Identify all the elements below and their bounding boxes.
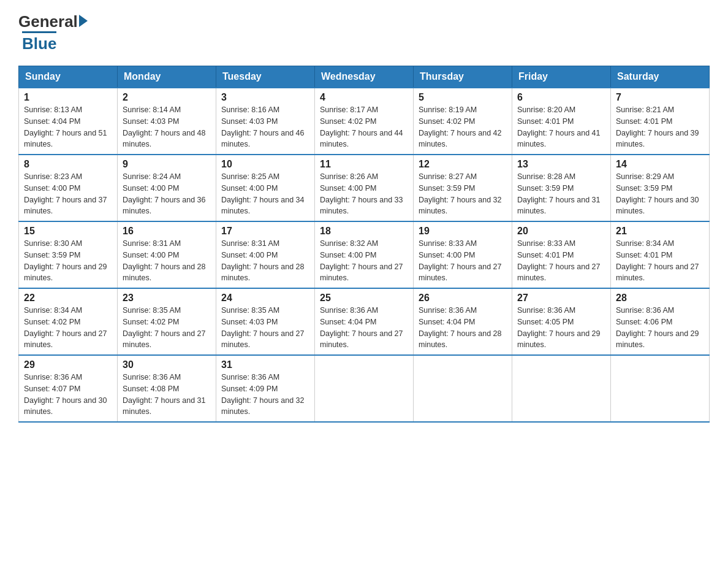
logo-text-blue: Blue xyxy=(22,31,56,53)
calendar-day-cell: 17Sunrise: 8:31 AMSunset: 4:00 PMDayligh… xyxy=(216,221,315,288)
calendar-day-cell: 10Sunrise: 8:25 AMSunset: 4:00 PMDayligh… xyxy=(216,155,315,221)
day-number: 26 xyxy=(419,293,507,304)
day-number: 3 xyxy=(221,92,309,103)
day-number: 13 xyxy=(517,159,605,170)
calendar-day-cell: 14Sunrise: 8:29 AMSunset: 3:59 PMDayligh… xyxy=(611,155,710,221)
day-info: Sunrise: 8:16 AMSunset: 4:03 PMDaylight:… xyxy=(221,104,309,150)
calendar-day-cell: 15Sunrise: 8:30 AMSunset: 3:59 PMDayligh… xyxy=(19,221,118,288)
calendar-day-cell: 13Sunrise: 8:28 AMSunset: 3:59 PMDayligh… xyxy=(512,155,611,221)
day-info: Sunrise: 8:23 AMSunset: 4:00 PMDaylight:… xyxy=(24,171,112,217)
day-info: Sunrise: 8:30 AMSunset: 3:59 PMDaylight:… xyxy=(24,238,112,284)
day-number: 11 xyxy=(320,159,408,170)
calendar-day-cell: 12Sunrise: 8:27 AMSunset: 3:59 PMDayligh… xyxy=(414,155,512,221)
calendar-week-row: 29Sunrise: 8:36 AMSunset: 4:07 PMDayligh… xyxy=(19,355,710,422)
day-number: 4 xyxy=(320,92,408,103)
day-number: 24 xyxy=(221,293,309,304)
weekday-header-thursday: Thursday xyxy=(414,66,512,88)
weekday-header-monday: Monday xyxy=(118,66,216,88)
calendar-day-cell: 21Sunrise: 8:34 AMSunset: 4:01 PMDayligh… xyxy=(611,221,710,288)
day-info: Sunrise: 8:36 AMSunset: 4:04 PMDaylight:… xyxy=(320,305,408,351)
weekday-header-sunday: Sunday xyxy=(19,66,118,88)
day-number: 1 xyxy=(24,92,112,103)
calendar-day-cell: 27Sunrise: 8:36 AMSunset: 4:05 PMDayligh… xyxy=(512,288,611,355)
calendar-day-cell xyxy=(512,355,611,422)
calendar-week-row: 8Sunrise: 8:23 AMSunset: 4:00 PMDaylight… xyxy=(19,155,710,221)
day-number: 17 xyxy=(221,226,309,237)
calendar-day-cell: 23Sunrise: 8:35 AMSunset: 4:02 PMDayligh… xyxy=(118,288,216,355)
calendar-day-cell: 26Sunrise: 8:36 AMSunset: 4:04 PMDayligh… xyxy=(414,288,512,355)
weekday-header-friday: Friday xyxy=(512,66,611,88)
day-number: 28 xyxy=(616,293,704,304)
day-number: 6 xyxy=(517,92,605,103)
day-number: 12 xyxy=(419,159,507,170)
day-number: 14 xyxy=(616,159,704,170)
calendar-day-cell: 7Sunrise: 8:21 AMSunset: 4:01 PMDaylight… xyxy=(611,88,710,155)
calendar-day-cell: 4Sunrise: 8:17 AMSunset: 4:02 PMDaylight… xyxy=(315,88,414,155)
day-info: Sunrise: 8:19 AMSunset: 4:02 PMDaylight:… xyxy=(419,104,507,150)
calendar-day-cell: 30Sunrise: 8:36 AMSunset: 4:08 PMDayligh… xyxy=(118,355,216,422)
day-number: 8 xyxy=(24,159,112,170)
calendar-day-cell: 16Sunrise: 8:31 AMSunset: 4:00 PMDayligh… xyxy=(118,221,216,288)
day-info: Sunrise: 8:26 AMSunset: 4:00 PMDaylight:… xyxy=(320,171,408,217)
day-number: 7 xyxy=(616,92,704,103)
weekday-header-tuesday: Tuesday xyxy=(216,66,315,88)
day-number: 19 xyxy=(419,226,507,237)
day-number: 15 xyxy=(24,226,112,237)
calendar-day-cell: 11Sunrise: 8:26 AMSunset: 4:00 PMDayligh… xyxy=(315,155,414,221)
calendar-week-row: 15Sunrise: 8:30 AMSunset: 3:59 PMDayligh… xyxy=(19,221,710,288)
day-number: 5 xyxy=(419,92,507,103)
weekday-header-wednesday: Wednesday xyxy=(315,66,414,88)
weekday-header-saturday: Saturday xyxy=(611,66,710,88)
calendar-week-row: 22Sunrise: 8:34 AMSunset: 4:02 PMDayligh… xyxy=(19,288,710,355)
day-info: Sunrise: 8:34 AMSunset: 4:02 PMDaylight:… xyxy=(24,305,112,351)
calendar-week-row: 1Sunrise: 8:13 AMSunset: 4:04 PMDaylight… xyxy=(19,88,710,155)
calendar-day-cell: 29Sunrise: 8:36 AMSunset: 4:07 PMDayligh… xyxy=(19,355,118,422)
day-info: Sunrise: 8:36 AMSunset: 4:06 PMDaylight:… xyxy=(616,305,704,351)
day-info: Sunrise: 8:28 AMSunset: 3:59 PMDaylight:… xyxy=(517,171,605,217)
day-info: Sunrise: 8:27 AMSunset: 3:59 PMDaylight:… xyxy=(419,171,507,217)
calendar-table: SundayMondayTuesdayWednesdayThursdayFrid… xyxy=(18,66,710,423)
day-number: 30 xyxy=(123,359,211,370)
calendar-day-cell: 20Sunrise: 8:33 AMSunset: 4:01 PMDayligh… xyxy=(512,221,611,288)
day-info: Sunrise: 8:13 AMSunset: 4:04 PMDaylight:… xyxy=(24,104,112,150)
day-info: Sunrise: 8:29 AMSunset: 3:59 PMDaylight:… xyxy=(616,171,704,217)
day-number: 10 xyxy=(221,159,309,170)
calendar-day-cell: 22Sunrise: 8:34 AMSunset: 4:02 PMDayligh… xyxy=(19,288,118,355)
day-info: Sunrise: 8:14 AMSunset: 4:03 PMDaylight:… xyxy=(123,104,211,150)
day-number: 20 xyxy=(517,226,605,237)
calendar-day-cell: 25Sunrise: 8:36 AMSunset: 4:04 PMDayligh… xyxy=(315,288,414,355)
calendar-day-cell: 24Sunrise: 8:35 AMSunset: 4:03 PMDayligh… xyxy=(216,288,315,355)
day-info: Sunrise: 8:25 AMSunset: 4:00 PMDaylight:… xyxy=(221,171,309,217)
calendar-day-cell: 6Sunrise: 8:20 AMSunset: 4:01 PMDaylight… xyxy=(512,88,611,155)
calendar-day-cell: 3Sunrise: 8:16 AMSunset: 4:03 PMDaylight… xyxy=(216,88,315,155)
day-number: 9 xyxy=(123,159,211,170)
day-info: Sunrise: 8:36 AMSunset: 4:05 PMDaylight:… xyxy=(517,305,605,351)
weekday-header-row: SundayMondayTuesdayWednesdayThursdayFrid… xyxy=(19,66,710,88)
day-info: Sunrise: 8:36 AMSunset: 4:08 PMDaylight:… xyxy=(123,372,211,418)
day-info: Sunrise: 8:31 AMSunset: 4:00 PMDaylight:… xyxy=(221,238,309,284)
calendar-day-cell: 1Sunrise: 8:13 AMSunset: 4:04 PMDaylight… xyxy=(19,88,118,155)
calendar-day-cell: 9Sunrise: 8:24 AMSunset: 4:00 PMDaylight… xyxy=(118,155,216,221)
day-number: 27 xyxy=(517,293,605,304)
day-info: Sunrise: 8:36 AMSunset: 4:07 PMDaylight:… xyxy=(24,372,112,418)
day-number: 29 xyxy=(24,359,112,370)
day-info: Sunrise: 8:36 AMSunset: 4:09 PMDaylight:… xyxy=(221,372,309,418)
calendar-day-cell: 19Sunrise: 8:33 AMSunset: 4:00 PMDayligh… xyxy=(414,221,512,288)
calendar-day-cell: 5Sunrise: 8:19 AMSunset: 4:02 PMDaylight… xyxy=(414,88,512,155)
day-number: 25 xyxy=(320,293,408,304)
day-number: 23 xyxy=(123,293,211,304)
logo: General Blue xyxy=(18,12,88,53)
calendar-day-cell: 28Sunrise: 8:36 AMSunset: 4:06 PMDayligh… xyxy=(611,288,710,355)
calendar-day-cell: 8Sunrise: 8:23 AMSunset: 4:00 PMDaylight… xyxy=(19,155,118,221)
logo-arrow-icon xyxy=(79,15,88,27)
day-number: 18 xyxy=(320,226,408,237)
day-info: Sunrise: 8:24 AMSunset: 4:00 PMDaylight:… xyxy=(123,171,211,217)
day-info: Sunrise: 8:36 AMSunset: 4:04 PMDaylight:… xyxy=(419,305,507,351)
day-number: 16 xyxy=(123,226,211,237)
calendar-day-cell xyxy=(315,355,414,422)
day-info: Sunrise: 8:31 AMSunset: 4:00 PMDaylight:… xyxy=(123,238,211,284)
calendar-day-cell: 2Sunrise: 8:14 AMSunset: 4:03 PMDaylight… xyxy=(118,88,216,155)
day-info: Sunrise: 8:35 AMSunset: 4:03 PMDaylight:… xyxy=(221,305,309,351)
day-info: Sunrise: 8:32 AMSunset: 4:00 PMDaylight:… xyxy=(320,238,408,284)
logo-text-general: General xyxy=(18,12,78,31)
